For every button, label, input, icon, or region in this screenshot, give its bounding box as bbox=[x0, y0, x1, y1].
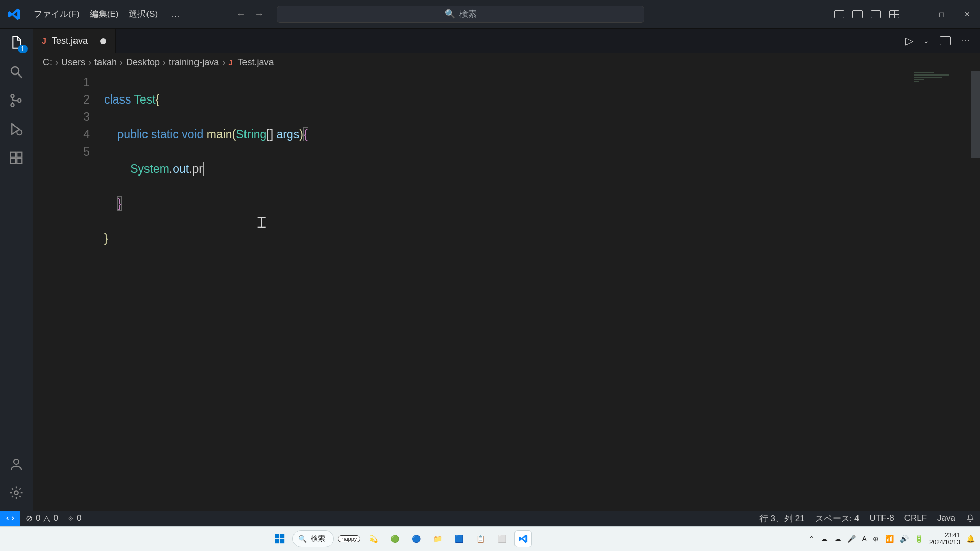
warning-icon: △ bbox=[43, 513, 50, 524]
menu-edit[interactable]: 編集(E) bbox=[85, 6, 124, 22]
status-language[interactable]: Java bbox=[932, 513, 961, 523]
nav-forward-icon[interactable]: → bbox=[254, 8, 264, 20]
code-content[interactable]: class Test{ public static void main(Stri… bbox=[104, 71, 910, 511]
status-cursor-position[interactable]: 行 3、列 21 bbox=[754, 513, 810, 524]
toggle-primary-sidebar-icon[interactable] bbox=[834, 10, 844, 18]
search-icon: 🔍 bbox=[298, 535, 307, 543]
activity-accounts[interactable] bbox=[9, 457, 24, 472]
chevron-right-icon: › bbox=[120, 57, 123, 68]
java-file-icon: J bbox=[228, 58, 232, 67]
menu-select[interactable]: 選択(S) bbox=[124, 6, 163, 22]
windows-taskbar: 🔍 検索 happy 💫 🟢 🔵 📁 🟦 📋 ⬜ ⌃ ☁ ☁ 🎤 A ⊕ 📶 🔊… bbox=[0, 526, 980, 551]
svg-rect-9 bbox=[17, 152, 22, 157]
menu-file[interactable]: ファイル(F) bbox=[29, 6, 85, 22]
taskbar-search[interactable]: 🔍 検索 bbox=[292, 530, 334, 547]
activity-source-control[interactable] bbox=[9, 93, 24, 108]
window-restore-icon[interactable]: ◻ bbox=[933, 10, 950, 18]
source-control-icon bbox=[9, 93, 24, 108]
svg-rect-8 bbox=[17, 158, 22, 163]
toggle-panel-icon[interactable] bbox=[852, 10, 863, 18]
tray-battery-icon[interactable]: 🔋 bbox=[915, 535, 923, 543]
chevron-right-icon: › bbox=[163, 57, 166, 68]
scrollbar-thumb[interactable] bbox=[971, 71, 980, 158]
customize-layout-icon[interactable] bbox=[889, 10, 899, 18]
chevron-right-icon: › bbox=[55, 57, 58, 68]
nav-back-icon[interactable]: ← bbox=[236, 8, 246, 20]
status-notifications[interactable] bbox=[961, 514, 980, 523]
activity-explorer[interactable]: 1 bbox=[8, 35, 24, 51]
tray-onedrive-icon[interactable]: ☁ bbox=[821, 535, 828, 543]
window-minimize-icon[interactable]: — bbox=[908, 10, 925, 18]
vscode-logo-icon bbox=[7, 7, 21, 21]
status-eol[interactable]: CRLF bbox=[899, 513, 932, 523]
status-ports[interactable]: ⟐0 bbox=[63, 513, 86, 523]
svg-point-3 bbox=[11, 104, 14, 107]
taskbar-app-4[interactable]: 📋 bbox=[472, 530, 489, 547]
search-icon: 🔍 bbox=[445, 9, 455, 19]
breadcrumb-part[interactable]: takah bbox=[94, 57, 117, 68]
tray-wifi-icon[interactable]: 📶 bbox=[885, 535, 894, 543]
taskbar-explorer[interactable]: 📁 bbox=[429, 530, 446, 547]
chevron-right-icon: › bbox=[222, 57, 225, 68]
breadcrumb-part[interactable]: training-java bbox=[169, 57, 219, 68]
chevron-right-icon: › bbox=[88, 57, 91, 68]
code-editor[interactable]: 1 2 3 4 5 class Test{ public static void… bbox=[33, 71, 980, 511]
activity-extensions[interactable] bbox=[9, 150, 24, 165]
run-debug-icon bbox=[9, 121, 24, 137]
taskbar-app-1[interactable]: 🟢 bbox=[386, 530, 403, 547]
svg-point-10 bbox=[14, 459, 19, 464]
taskbar-start-button[interactable] bbox=[271, 530, 288, 547]
editor-more-actions-icon[interactable]: ··· bbox=[961, 36, 971, 45]
tray-mic-icon[interactable]: 🎤 bbox=[847, 535, 856, 543]
svg-line-1 bbox=[18, 74, 22, 78]
activity-search[interactable] bbox=[9, 64, 24, 80]
app-icon: ⬜ bbox=[498, 535, 506, 543]
tab-test-java[interactable]: J Test.java bbox=[33, 29, 116, 53]
antenna-icon: ⟐ bbox=[68, 513, 74, 523]
breadcrumb-file[interactable]: Test.java bbox=[238, 57, 274, 68]
status-indentation[interactable]: スペース: 4 bbox=[810, 513, 865, 524]
tray-ime-letter[interactable]: A bbox=[862, 535, 867, 543]
taskbar-clock[interactable]: 23:41 2024/10/13 bbox=[929, 532, 960, 546]
bell-icon bbox=[966, 514, 975, 523]
breadcrumb-part[interactable]: Desktop bbox=[126, 57, 160, 68]
taskbar-app-2[interactable]: 🔵 bbox=[407, 530, 425, 547]
app-icon: 🟦 bbox=[455, 535, 463, 543]
tray-chevron-icon[interactable]: ⌃ bbox=[808, 535, 815, 543]
taskbar-ime-suggestion[interactable]: happy bbox=[338, 535, 360, 542]
breadcrumb-part[interactable]: Users bbox=[61, 57, 85, 68]
window-close-icon[interactable]: ✕ bbox=[959, 10, 976, 18]
split-editor-icon[interactable] bbox=[940, 36, 951, 45]
line-number: 5 bbox=[33, 143, 90, 160]
svg-rect-6 bbox=[11, 152, 16, 157]
svg-rect-12 bbox=[275, 534, 279, 538]
taskbar-copilot[interactable]: 💫 bbox=[364, 530, 382, 547]
svg-rect-14 bbox=[275, 539, 279, 543]
run-file-icon[interactable]: ▷ bbox=[905, 35, 913, 47]
tray-cloud-icon[interactable]: ☁ bbox=[834, 535, 841, 543]
tray-ime-mode-icon[interactable]: ⊕ bbox=[873, 535, 879, 543]
remote-indicator[interactable] bbox=[0, 511, 20, 526]
tray-notifications-icon[interactable]: 🔔 bbox=[966, 535, 975, 543]
text-caret-icon: Ꮖ bbox=[257, 214, 266, 232]
activity-run-debug[interactable] bbox=[9, 121, 24, 137]
breadcrumb-part[interactable]: C: bbox=[43, 57, 52, 68]
menu-more[interactable]: … bbox=[166, 7, 186, 21]
status-encoding[interactable]: UTF-8 bbox=[865, 513, 899, 523]
taskbar-app-5[interactable]: ⬜ bbox=[493, 530, 510, 547]
command-center-search[interactable]: 🔍 検索 bbox=[277, 6, 644, 23]
taskbar-app-3[interactable]: 🟦 bbox=[450, 530, 468, 547]
status-problems[interactable]: ⊘0 △0 bbox=[20, 513, 63, 524]
minimap[interactable] bbox=[910, 71, 971, 511]
activity-settings[interactable] bbox=[9, 485, 24, 500]
taskbar-system-tray: ⌃ ☁ ☁ 🎤 A ⊕ 📶 🔊 🔋 23:41 2024/10/13 🔔 bbox=[803, 532, 980, 546]
taskbar-vscode[interactable] bbox=[514, 530, 532, 547]
vertical-scrollbar[interactable] bbox=[971, 71, 980, 511]
breadcrumb[interactable]: C: › Users › takah › Desktop › training-… bbox=[33, 53, 980, 71]
main-area: 1 J Test.java bbox=[0, 29, 980, 511]
run-menu-chevron-icon[interactable]: ⌄ bbox=[923, 37, 929, 45]
app-icon: 📋 bbox=[476, 535, 485, 543]
status-bar: ⊘0 △0 ⟐0 行 3、列 21 スペース: 4 UTF-8 CRLF Jav… bbox=[0, 511, 980, 526]
toggle-secondary-sidebar-icon[interactable] bbox=[871, 10, 881, 18]
tray-volume-icon[interactable]: 🔊 bbox=[900, 535, 909, 543]
